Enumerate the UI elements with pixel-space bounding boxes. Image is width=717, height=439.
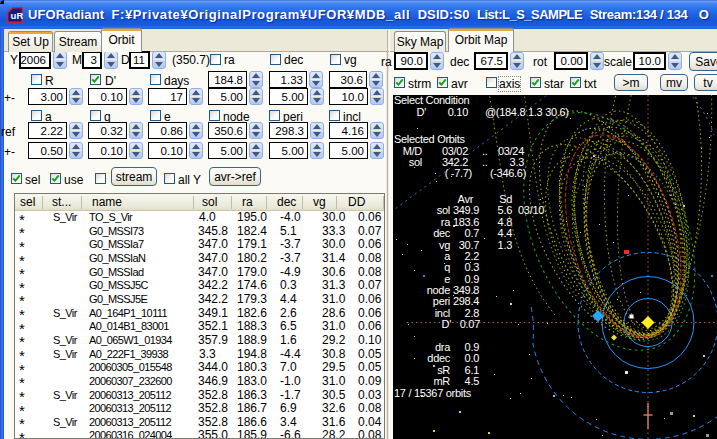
- svg-text:uR: uR: [11, 10, 23, 21]
